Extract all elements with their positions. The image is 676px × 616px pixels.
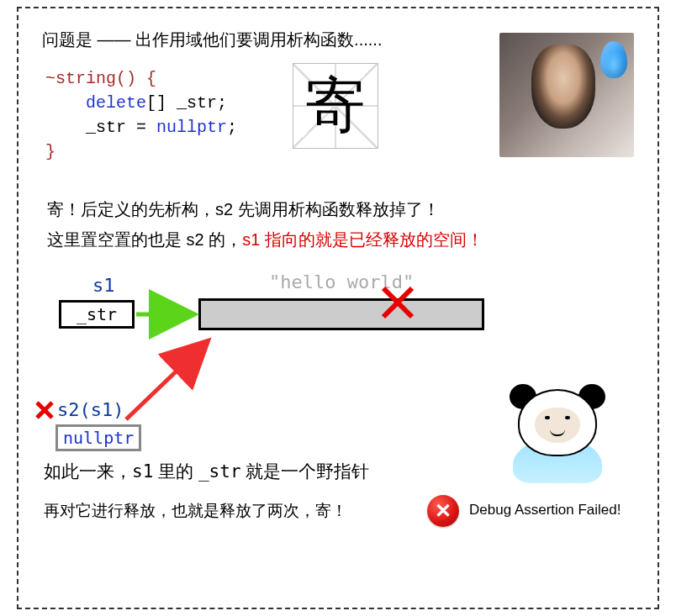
doc-frame: 问题是 —— 出作用域他们要调用析构函数...... ~string() { d… xyxy=(17,7,659,609)
hello-world-label: "hello world" xyxy=(269,271,414,292)
s2-label: s2(s1) xyxy=(57,399,124,420)
red-arrow xyxy=(126,340,209,419)
para2-line2b-warning: s1 指向的就是已经释放的空间！ xyxy=(242,230,483,249)
error-text: Debug Assertion Failed! xyxy=(469,502,621,519)
panda-meme-image xyxy=(504,384,610,476)
sweat-drop-icon xyxy=(600,41,627,78)
bottom-text: 再对它进行释放，也就是释放了两次，寄！ xyxy=(44,502,347,519)
reaction-photo xyxy=(499,33,634,157)
bottom-row: 再对它进行释放，也就是释放了两次，寄！ ✕ Debug Assertion Fa… xyxy=(44,500,634,537)
para3-s1: s1 xyxy=(132,461,153,482)
assign-left: _str = xyxy=(86,118,156,137)
s1-label: s1 xyxy=(92,275,115,296)
s2-box: nullptr xyxy=(55,424,141,451)
para3-suffix: 就是一个野指针 xyxy=(241,461,370,481)
s1-box: _str xyxy=(59,300,135,329)
para2-line1: 寄！后定义的先析构，s2 先调用析构函数释放掉了！ xyxy=(47,194,634,224)
explanation-paragraph: 寄！后定义的先析构，s2 先调用析构函数释放掉了！ 这里置空置的也是 s2 的，… xyxy=(47,194,634,255)
para2-line2a: 这里置空置的也是 s2 的， xyxy=(47,230,242,249)
code-close: } xyxy=(45,142,55,161)
ji-character-box: 寄 xyxy=(293,63,378,149)
error-icon: ✕ xyxy=(427,495,459,527)
para3-str: _str xyxy=(198,461,241,482)
code-sig: ~string() { xyxy=(45,69,156,88)
delete-rest: [] _str; xyxy=(146,93,227,113)
ji-character: 寄 xyxy=(305,66,366,146)
error-x-glyph: ✕ xyxy=(435,499,452,523)
memory-block xyxy=(198,298,484,330)
delete-keyword: delete xyxy=(86,93,146,113)
para3-prefix: 如此一来， xyxy=(44,461,132,481)
red-x-icon xyxy=(34,399,57,423)
memory-diagram: s1 _str "hello world" s2(s1) nullptr xyxy=(42,275,634,460)
para3-mid: 里的 xyxy=(153,461,198,481)
top-row: ~string() { delete[] _str; _str = nullpt… xyxy=(42,66,634,176)
s2-label-text: s2(s1) xyxy=(57,399,124,420)
assign-end: ; xyxy=(227,118,237,137)
nullptr-keyword: nullptr xyxy=(156,118,227,137)
